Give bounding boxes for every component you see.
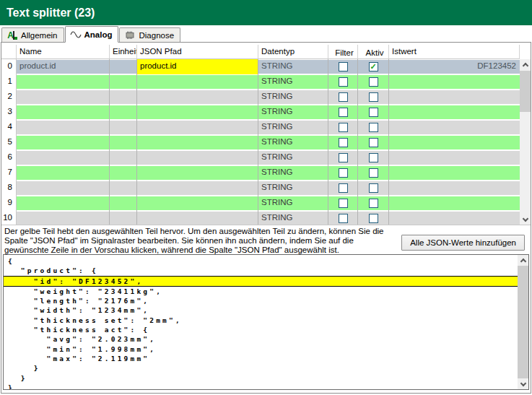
cell-datentyp[interactable]: STRING bbox=[258, 59, 328, 74]
filter-checkbox[interactable] bbox=[339, 123, 348, 132]
filter-checkbox[interactable] bbox=[339, 138, 348, 147]
table-row[interactable]: 5 STRING bbox=[1, 135, 520, 150]
cell-datentyp[interactable]: STRING bbox=[258, 150, 328, 165]
preview-line[interactable]: "thickness act": { bbox=[8, 325, 518, 334]
row-number[interactable]: 0 bbox=[1, 59, 17, 74]
cell-einheit[interactable] bbox=[110, 135, 137, 150]
preview-line[interactable]: "weight": "23411kg", bbox=[8, 287, 518, 296]
preview-line[interactable]: "avg": "2.023mm", bbox=[8, 334, 518, 344]
cell-einheit[interactable] bbox=[110, 211, 137, 225]
cell-name[interactable] bbox=[17, 150, 110, 165]
row-number[interactable]: 8 bbox=[1, 181, 17, 196]
row-number[interactable]: 4 bbox=[1, 120, 17, 135]
aktiv-checkbox[interactable] bbox=[369, 62, 378, 71]
row-number[interactable]: 3 bbox=[1, 105, 17, 120]
aktiv-checkbox[interactable] bbox=[369, 168, 378, 178]
aktiv-checkbox[interactable] bbox=[369, 92, 378, 102]
row-number[interactable]: 2 bbox=[1, 90, 17, 105]
cell-einheit[interactable] bbox=[110, 90, 137, 105]
cell-json-pfad[interactable] bbox=[137, 135, 258, 150]
cell-name[interactable] bbox=[17, 135, 110, 150]
cell-einheit[interactable] bbox=[110, 181, 137, 196]
preview-line[interactable]: "min": "1.998mm", bbox=[8, 344, 518, 354]
cell-json-pfad[interactable] bbox=[137, 105, 258, 120]
scroll-track[interactable] bbox=[520, 70, 531, 214]
cell-name[interactable] bbox=[17, 120, 110, 135]
preview-line[interactable]: "id": "DF123452", bbox=[4, 276, 518, 287]
cell-datentyp[interactable]: STRING bbox=[258, 105, 328, 120]
scroll-down-button[interactable] bbox=[518, 378, 528, 389]
cell-json-pfad[interactable] bbox=[137, 181, 258, 196]
table-row[interactable]: 0 product.id product.id STRING DF123452 bbox=[1, 59, 520, 74]
cell-name[interactable] bbox=[17, 181, 110, 196]
cell-datentyp[interactable]: STRING bbox=[258, 165, 328, 181]
add-all-json-values-button[interactable]: Alle JSON-Werte hinzufügen bbox=[401, 235, 525, 251]
cell-json-pfad[interactable] bbox=[137, 211, 258, 225]
aktiv-checkbox[interactable] bbox=[369, 214, 378, 223]
row-number[interactable]: 5 bbox=[1, 135, 17, 150]
table-row[interactable]: 10 STRING bbox=[1, 211, 520, 225]
cell-einheit[interactable] bbox=[110, 165, 137, 181]
preview-line[interactable]: } bbox=[8, 363, 518, 373]
cell-datentyp[interactable]: STRING bbox=[258, 211, 328, 225]
column-header-json-pfad[interactable]: JSON Pfad bbox=[137, 45, 258, 59]
table-row[interactable]: 7 STRING bbox=[1, 165, 520, 181]
filter-checkbox[interactable] bbox=[339, 77, 348, 87]
cell-json-pfad[interactable] bbox=[137, 90, 258, 105]
scroll-up-button[interactable] bbox=[520, 59, 531, 70]
cell-name[interactable] bbox=[17, 90, 110, 105]
cell-name[interactable] bbox=[17, 165, 110, 181]
aktiv-checkbox[interactable] bbox=[369, 123, 378, 132]
cell-datentyp[interactable]: STRING bbox=[258, 90, 328, 105]
row-number[interactable]: 6 bbox=[1, 150, 17, 165]
tab-analog[interactable]: Analog bbox=[65, 26, 119, 43]
aktiv-checkbox[interactable] bbox=[369, 77, 378, 87]
cell-json-pfad[interactable] bbox=[137, 196, 258, 211]
aktiv-checkbox[interactable] bbox=[369, 199, 378, 208]
cell-name[interactable] bbox=[17, 74, 110, 90]
filter-checkbox[interactable] bbox=[339, 92, 348, 102]
table-row[interactable]: 1 STRING bbox=[1, 74, 520, 90]
tab-allgemein[interactable]: A Allgemein bbox=[1, 27, 64, 42]
scroll-up-button[interactable] bbox=[518, 255, 528, 266]
column-header-name[interactable]: Name bbox=[17, 45, 110, 59]
cell-einheit[interactable] bbox=[110, 105, 137, 120]
filter-checkbox[interactable] bbox=[339, 153, 348, 162]
preview-line[interactable]: "product": { bbox=[8, 266, 518, 275]
cell-name[interactable] bbox=[17, 196, 110, 211]
row-number[interactable]: 10 bbox=[1, 211, 17, 225]
row-number[interactable]: 9 bbox=[1, 196, 17, 211]
column-header-aktiv[interactable]: Aktiv bbox=[358, 45, 389, 59]
filter-checkbox[interactable] bbox=[339, 214, 348, 223]
row-number[interactable]: 1 bbox=[1, 74, 17, 90]
cell-einheit[interactable] bbox=[110, 59, 137, 74]
row-number[interactable]: 7 bbox=[1, 165, 17, 181]
cell-name[interactable]: product.id bbox=[17, 59, 110, 74]
scroll-thumb[interactable] bbox=[518, 266, 528, 378]
cell-einheit[interactable] bbox=[110, 74, 137, 90]
column-header-einheit[interactable]: Einheit bbox=[110, 45, 137, 59]
aktiv-checkbox[interactable] bbox=[369, 153, 378, 162]
cell-json-pfad[interactable]: product.id bbox=[137, 59, 258, 74]
preview-line[interactable]: } bbox=[8, 383, 518, 389]
preview-line[interactable]: "thickness set": "2mm", bbox=[8, 316, 518, 325]
filter-checkbox[interactable] bbox=[339, 199, 348, 208]
cell-json-pfad[interactable] bbox=[137, 74, 258, 90]
table-row[interactable]: 6 STRING bbox=[1, 150, 520, 165]
cell-datentyp[interactable]: STRING bbox=[258, 196, 328, 211]
aktiv-checkbox[interactable] bbox=[369, 183, 378, 193]
column-header-istwert[interactable]: Istwert bbox=[389, 45, 520, 59]
preview-line[interactable]: "length": "2176m", bbox=[8, 296, 518, 305]
table-row[interactable]: 2 STRING bbox=[1, 90, 520, 105]
column-header-filter[interactable]: Filter bbox=[328, 45, 358, 59]
table-row[interactable]: 3 STRING bbox=[1, 105, 520, 120]
cell-einheit[interactable] bbox=[110, 196, 137, 211]
cell-datentyp[interactable]: STRING bbox=[258, 181, 328, 196]
cell-json-pfad[interactable] bbox=[137, 120, 258, 135]
preview-line[interactable]: "width": "1234mm", bbox=[8, 305, 518, 315]
cell-datentyp[interactable]: STRING bbox=[258, 120, 328, 135]
cell-json-pfad[interactable] bbox=[137, 150, 258, 165]
table-row[interactable]: 4 STRING bbox=[1, 120, 520, 135]
preview-scrollbar[interactable] bbox=[518, 255, 528, 389]
scroll-track[interactable] bbox=[518, 266, 528, 378]
